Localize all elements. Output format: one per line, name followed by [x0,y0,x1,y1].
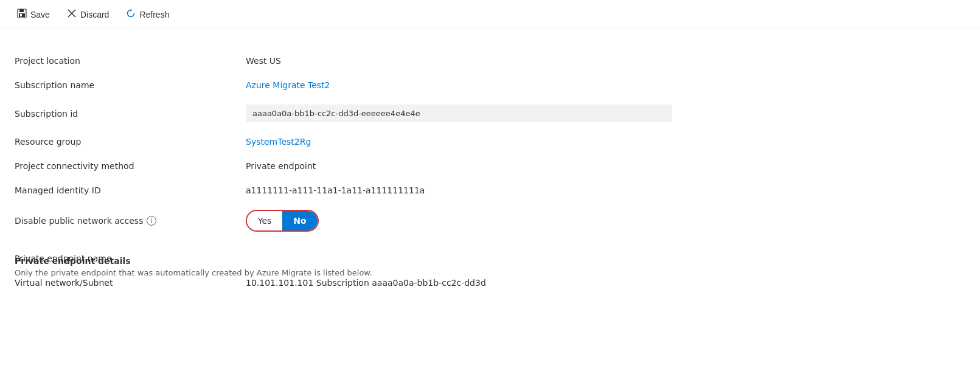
private-endpoint-name-label: Private endpoint name [15,249,246,271]
private-endpoint-name-value [246,249,965,271]
discard-label: Discard [80,10,109,19]
subscription-id-box: aaaa0a0a-bb1b-cc2c-dd3d-eeeeee4e4e4e [246,105,672,122]
main-content: Project location West US Subscription na… [0,29,980,310]
svg-rect-1 [19,9,24,12]
subscription-id-label: Subscription id [15,97,246,130]
save-label: Save [30,10,50,19]
virtual-network-label: Virtual network/Subnet [15,271,246,295]
properties-grid: Project location West US Subscription na… [15,49,965,295]
virtual-network-value: 10.101.101.101 Subscription aaaa0a0a-bb1… [246,271,965,295]
save-icon [17,9,27,20]
toggle-yes-option[interactable]: Yes [247,211,282,230]
connectivity-method-value: Private endpoint [246,154,965,178]
toolbar: Save Discard Refresh [0,0,980,29]
project-location-label: Project location [15,49,246,73]
discard-button[interactable]: Discard [60,5,116,24]
svg-rect-3 [20,14,22,16]
resource-group-label: Resource group [15,130,246,154]
project-location-value: West US [246,49,965,73]
disable-public-access-label: Disable public network access i [15,202,246,239]
disable-public-access-toggle: Yes No [246,202,965,239]
resource-group-value[interactable]: SystemTest2Rg [246,130,965,154]
subscription-id-value: aaaa0a0a-bb1b-cc2c-dd3d-eeeeee4e4e4e [246,97,965,130]
managed-identity-label: Managed identity ID [15,178,246,202]
refresh-label: Refresh [139,10,169,19]
toggle-no-option[interactable]: No [282,211,318,230]
info-icon[interactable]: i [147,216,156,226]
subscription-name-value[interactable]: Azure Migrate Test2 [246,73,965,97]
managed-identity-value: a1111111-a111-11a1-1a11-a111111111a [246,178,965,202]
yes-no-toggle[interactable]: Yes No [246,210,319,232]
save-button[interactable]: Save [10,5,57,24]
refresh-button[interactable]: Refresh [119,5,176,24]
refresh-icon [126,9,136,20]
subscription-name-label: Subscription name [15,73,246,97]
discard-icon [67,9,77,20]
connectivity-method-label: Project connectivity method [15,154,246,178]
section-divider: Private endpoint details Only the privat… [15,239,965,249]
